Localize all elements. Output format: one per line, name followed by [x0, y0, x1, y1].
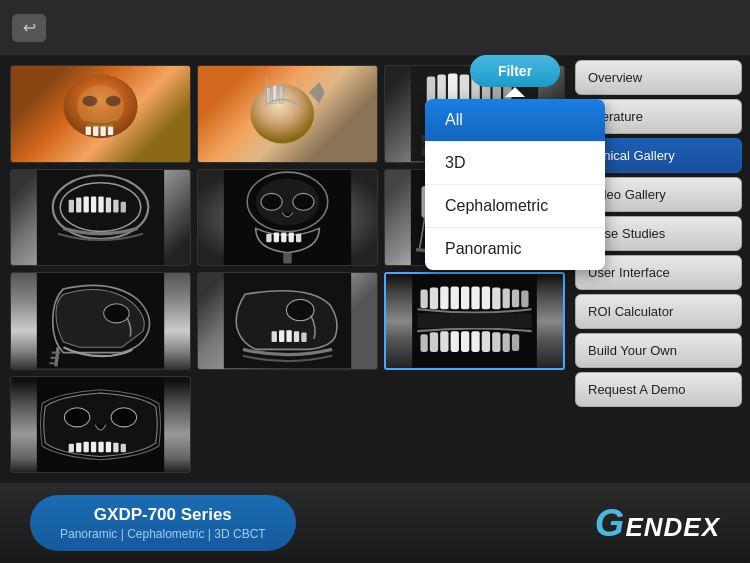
svg-rect-98 [121, 443, 126, 451]
svg-rect-77 [420, 334, 427, 352]
svg-point-41 [293, 193, 314, 210]
svg-rect-4 [86, 126, 91, 134]
svg-rect-80 [451, 331, 459, 352]
svg-rect-66 [420, 290, 427, 309]
back-button[interactable]: ↩ [12, 14, 46, 42]
svg-rect-93 [84, 441, 89, 452]
gallery-thumb-4[interactable] [10, 169, 191, 267]
brand-g-letter: G [595, 502, 626, 544]
svg-rect-34 [106, 197, 111, 212]
svg-rect-35 [113, 199, 118, 212]
svg-rect-36 [121, 201, 126, 212]
svg-point-90 [111, 407, 136, 426]
gallery-thumb-1[interactable] [10, 65, 191, 163]
svg-rect-78 [430, 332, 438, 352]
svg-rect-87 [417, 313, 531, 328]
svg-rect-73 [492, 288, 500, 310]
svg-rect-32 [91, 196, 96, 212]
top-bar: ↩ [0, 0, 750, 55]
svg-rect-47 [283, 252, 291, 263]
svg-point-1 [77, 85, 124, 127]
filter-option-3d[interactable]: 3D [425, 142, 605, 185]
svg-rect-46 [296, 233, 301, 241]
sidebar-btn-request-demo[interactable]: Request A Demo [575, 372, 742, 407]
svg-rect-63 [294, 331, 299, 342]
svg-rect-61 [279, 330, 284, 342]
product-subtitle: Panoramic | Cephalometric | 3D CBCT [60, 527, 266, 541]
svg-rect-67 [430, 288, 438, 310]
filter-button[interactable]: Filter [470, 55, 560, 87]
svg-rect-85 [503, 333, 510, 352]
svg-rect-45 [289, 232, 294, 242]
svg-point-59 [286, 300, 314, 321]
svg-rect-62 [286, 330, 291, 342]
svg-rect-92 [76, 442, 81, 452]
svg-rect-71 [471, 286, 479, 309]
svg-rect-43 [274, 232, 279, 242]
back-icon: ↩ [23, 18, 36, 37]
svg-rect-72 [482, 286, 490, 309]
svg-rect-44 [281, 232, 286, 242]
svg-rect-33 [98, 196, 103, 212]
svg-point-3 [106, 96, 121, 107]
gallery-thumb-2[interactable] [197, 65, 378, 163]
svg-rect-7 [108, 126, 113, 134]
gallery-thumb-8[interactable] [197, 272, 378, 370]
filter-overlay: Filter All 3D Cephalometric Panoramic [425, 55, 605, 270]
svg-rect-70 [461, 286, 469, 309]
svg-point-40 [261, 193, 282, 210]
gallery-thumb-7[interactable] [10, 272, 191, 370]
svg-rect-68 [440, 286, 448, 309]
svg-rect-96 [106, 441, 111, 452]
svg-rect-94 [91, 441, 96, 452]
svg-point-2 [82, 96, 97, 107]
svg-rect-5 [93, 126, 98, 136]
gallery-thumb-9[interactable] [384, 272, 565, 370]
dropdown-arrow [505, 87, 525, 97]
svg-rect-82 [471, 331, 479, 352]
filter-option-cephalometric[interactable]: Cephalometric [425, 185, 605, 228]
svg-rect-75 [512, 290, 519, 308]
product-title: GXDP-700 Series [60, 505, 266, 525]
svg-rect-74 [503, 289, 510, 309]
svg-rect-29 [69, 199, 74, 212]
gallery-thumb-5[interactable] [197, 169, 378, 267]
brand-name-text: ENDEX [625, 512, 720, 542]
svg-rect-79 [440, 331, 448, 352]
filter-dropdown: All 3D Cephalometric Panoramic [425, 99, 605, 270]
svg-rect-95 [98, 441, 103, 452]
svg-rect-97 [113, 442, 118, 452]
brand-logo: GENDEX [595, 502, 720, 545]
gallery-thumb-10[interactable] [10, 376, 191, 474]
svg-rect-9 [266, 87, 270, 103]
sidebar-btn-roi-calculator[interactable]: ROI Calculator [575, 294, 742, 329]
svg-rect-69 [451, 286, 459, 309]
main-content: Overview Literature Clinical Gallery Vid… [0, 55, 750, 483]
svg-rect-83 [482, 331, 490, 352]
svg-rect-42 [266, 233, 271, 241]
svg-rect-81 [461, 331, 469, 352]
svg-rect-84 [492, 332, 500, 352]
sidebar-btn-build-your-own[interactable]: Build Your Own [575, 333, 742, 368]
bottom-bar: GXDP-700 Series Panoramic | Cephalometri… [0, 483, 750, 563]
filter-option-panoramic[interactable]: Panoramic [425, 228, 605, 270]
svg-rect-91 [69, 443, 74, 451]
svg-point-89 [64, 407, 89, 426]
svg-rect-31 [84, 196, 89, 212]
svg-rect-6 [101, 126, 106, 136]
svg-rect-60 [272, 331, 277, 342]
svg-point-57 [104, 304, 129, 323]
svg-rect-76 [521, 291, 528, 308]
filter-option-all[interactable]: All [425, 99, 605, 142]
svg-rect-64 [301, 332, 306, 342]
product-name-area: GXDP-700 Series Panoramic | Cephalometri… [30, 495, 296, 551]
svg-rect-30 [76, 197, 81, 212]
svg-rect-86 [512, 334, 519, 351]
